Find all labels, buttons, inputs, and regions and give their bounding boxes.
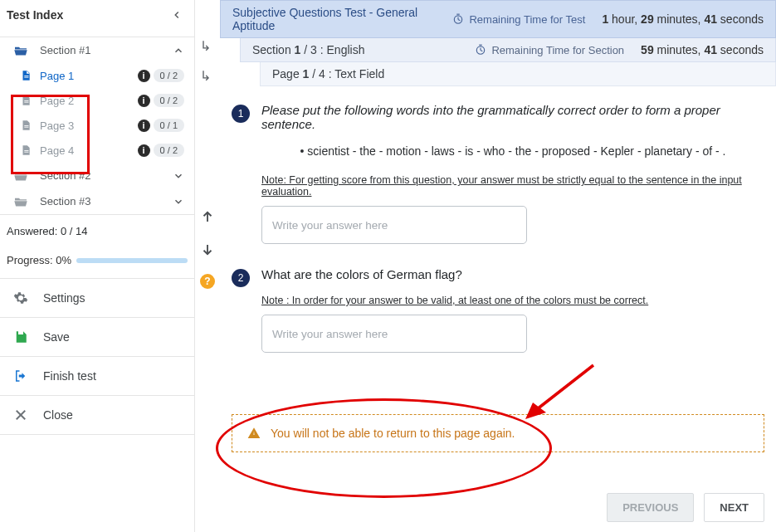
section-label: Section #1 — [40, 44, 173, 56]
info-icon: i — [138, 120, 150, 132]
clock-icon — [475, 44, 486, 56]
svg-rect-5 — [24, 127, 28, 128]
folder-icon — [13, 196, 28, 207]
page-label: Page 3 — [40, 120, 138, 132]
nav-up-button[interactable] — [198, 207, 217, 226]
info-icon: i — [138, 95, 150, 107]
page-count: 0 / 2 — [154, 144, 184, 157]
section-label: Section #3 — [40, 195, 173, 207]
finish-row[interactable]: Finish test — [0, 356, 194, 395]
warning-text: You will not be able to return to this p… — [271, 427, 515, 440]
question-note: Note: For getting score from this questi… — [261, 174, 764, 198]
remaining-section-label: Remaining Time for Section — [475, 44, 624, 56]
remaining-test-label: Remaining Time for Test — [452, 13, 585, 26]
previous-button: PREVIOUS — [607, 493, 694, 522]
progress-bar — [76, 258, 188, 263]
save-icon — [13, 329, 28, 344]
question-1: 1 Please put the following words into th… — [232, 103, 764, 244]
question-number: 2 — [232, 269, 250, 287]
page-label: Page 1 — [40, 70, 138, 82]
svg-rect-6 — [24, 150, 28, 151]
svg-rect-1 — [24, 77, 28, 78]
finish-label: Finish test — [43, 369, 96, 383]
page-count: 0 / 1 — [154, 119, 184, 132]
answered-count: Answered: 0 / 14 — [0, 215, 194, 247]
question-number: 1 — [232, 105, 250, 123]
section-1-row[interactable]: Section #1 — [0, 37, 194, 63]
breadcrumb-arrow-icon: ↳ — [200, 68, 211, 84]
page-icon — [20, 119, 32, 132]
settings-row[interactable]: Settings — [0, 278, 194, 317]
page-crumb: Page 1 / 4 : Text Field — [272, 67, 384, 81]
save-row[interactable]: Save — [0, 317, 194, 356]
warning-box: You will not be able to return to this p… — [232, 414, 764, 452]
page-row-3[interactable]: Page 3 i 0 / 1 — [0, 113, 194, 138]
close-icon — [13, 408, 28, 422]
close-label: Close — [43, 408, 73, 422]
info-icon: i — [138, 70, 150, 82]
svg-rect-4 — [24, 125, 28, 126]
folder-icon — [13, 170, 28, 182]
nav-down-button[interactable] — [198, 241, 217, 259]
page-label: Page 4 — [40, 144, 138, 157]
test-header: Subjective Questions Test - General Apti… — [220, 0, 776, 38]
chevron-down-icon — [173, 196, 184, 207]
page-icon — [20, 144, 32, 157]
remaining-section-value: 59 minutes, 41 seconds — [641, 43, 764, 56]
sidebar-title: Test Index — [7, 8, 63, 22]
svg-line-14 — [458, 20, 460, 21]
answer-input-1[interactable] — [261, 206, 527, 244]
nav-column: ↳ ↳ ? — [195, 0, 220, 532]
section-label: Section #2 — [40, 169, 173, 182]
question-note: Note : In order for your answer to be va… — [261, 295, 764, 306]
remaining-test-value: 1 hour, 29 minutes, 41 seconds — [602, 12, 764, 26]
help-button[interactable]: ? — [200, 274, 215, 289]
svg-rect-0 — [24, 76, 28, 76]
clock-icon — [452, 13, 464, 25]
folder-open-icon — [13, 45, 28, 56]
answer-input-2[interactable] — [261, 315, 527, 353]
sidebar: Test Index Section #1 Page 1 i 0 / 2 Pag… — [0, 0, 195, 532]
exit-icon — [13, 368, 28, 383]
page-count: 0 / 2 — [154, 69, 184, 82]
chevron-up-icon — [173, 45, 184, 56]
breadcrumb-arrow-icon: ↳ — [200, 38, 211, 54]
svg-rect-3 — [24, 102, 28, 103]
button-row: PREVIOUS NEXT — [220, 493, 776, 532]
page-row-2[interactable]: Page 2 i 0 / 2 — [0, 88, 194, 113]
section-header: Section 1 / 3 : English Remaining Time f… — [240, 38, 776, 62]
close-row[interactable]: Close — [0, 395, 194, 435]
svg-line-18 — [481, 51, 482, 51]
page-count: 0 / 2 — [154, 94, 184, 107]
page-icon — [20, 94, 32, 107]
warning-icon — [247, 427, 261, 440]
settings-label: Settings — [43, 291, 85, 305]
question-prompt: What are the colors of German flag? — [261, 267, 764, 281]
svg-rect-2 — [24, 100, 28, 101]
svg-rect-7 — [24, 152, 28, 153]
next-button[interactable]: NEXT — [704, 493, 764, 522]
gear-icon — [13, 290, 28, 305]
section-crumb: Section 1 / 3 : English — [252, 43, 475, 56]
page-header: Page 1 / 4 : Text Field — [260, 62, 776, 86]
save-label: Save — [43, 330, 70, 344]
test-title: Subjective Questions Test - General Apti… — [232, 6, 452, 32]
question-words: • scientist - the - motion - laws - is -… — [261, 144, 764, 158]
progress-label: Progress: 0% — [7, 254, 71, 266]
page-row-4[interactable]: Page 4 i 0 / 2 — [0, 138, 194, 163]
chevron-left-icon[interactable] — [171, 9, 183, 21]
question-2: 2 What are the colors of German flag? No… — [232, 267, 764, 353]
question-prompt: Please put the following words into the … — [261, 103, 764, 131]
page-row-1[interactable]: Page 1 i 0 / 2 — [0, 63, 194, 88]
info-icon: i — [138, 144, 150, 157]
page-label: Page 2 — [40, 95, 138, 107]
section-2-row[interactable]: Section #2 — [0, 163, 194, 188]
page-icon — [20, 69, 32, 82]
section-3-row[interactable]: Section #3 — [0, 188, 194, 214]
main: Subjective Questions Test - General Apti… — [220, 0, 776, 532]
chevron-down-icon — [173, 170, 184, 182]
